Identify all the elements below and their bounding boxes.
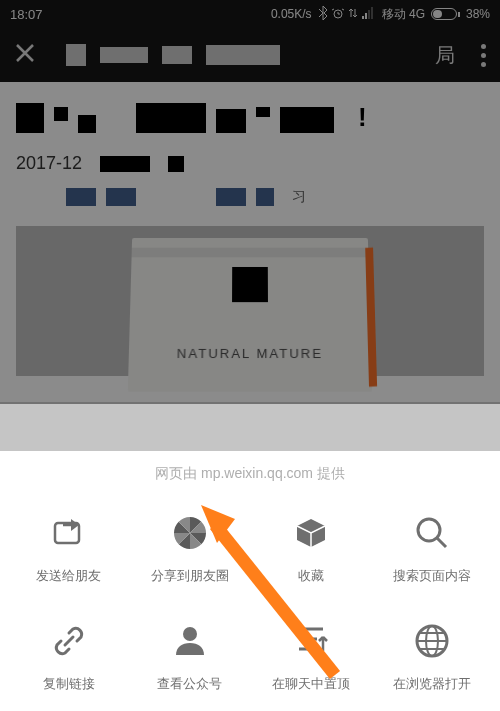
moments-icon: [168, 511, 212, 555]
share-moments[interactable]: 分享到朋友圈: [129, 511, 250, 585]
signal-icon: [362, 7, 376, 22]
share-send-friend[interactable]: 发送给朋友: [8, 511, 129, 585]
status-bar: 18:07 0.05K/s 移动 4G 38%: [0, 0, 500, 28]
globe-icon: [410, 619, 454, 663]
share-search[interactable]: 搜索页面内容: [371, 511, 492, 585]
article-image: NATURAL MATURE: [16, 226, 484, 376]
person-icon: [168, 619, 212, 663]
svg-rect-2: [365, 13, 367, 19]
share-icon: [47, 511, 91, 555]
share-label: 收藏: [298, 567, 324, 585]
carrier-label: 移动 4G: [382, 6, 425, 23]
small-char: 习: [292, 188, 306, 206]
link-icon: [47, 619, 91, 663]
svg-rect-4: [371, 7, 373, 19]
svg-rect-3: [368, 10, 370, 19]
menu-button[interactable]: [481, 44, 486, 67]
battery-percent: 38%: [466, 7, 490, 21]
battery-icon: [431, 8, 460, 20]
nav-title: [66, 44, 280, 66]
share-sheet: 网页由 mp.weixin.qq.com 提供 发送给朋友: [0, 451, 500, 711]
sheet-header: 网页由 mp.weixin.qq.com 提供: [0, 451, 500, 493]
share-view-account[interactable]: 查看公众号: [129, 619, 250, 693]
share-label: 复制链接: [43, 675, 95, 693]
search-icon: [410, 511, 454, 555]
share-favorite[interactable]: 收藏: [250, 511, 371, 585]
pin-top-icon: [289, 619, 333, 663]
nav-bar: 局: [0, 28, 500, 82]
share-label: 搜索页面内容: [393, 567, 471, 585]
share-label: 在浏览器打开: [393, 675, 471, 693]
share-label: 查看公众号: [157, 675, 222, 693]
status-right: 0.05K/s 移动 4G 38%: [271, 6, 490, 23]
alarm-icon: [332, 7, 344, 22]
article-date: 2017-12: [16, 153, 82, 174]
svg-point-6: [418, 519, 440, 541]
share-label: 在聊天中置顶: [272, 675, 350, 693]
status-icons: [318, 6, 376, 23]
box-icon: [289, 511, 333, 555]
network-speed: 0.05K/s: [271, 7, 312, 21]
page-content: ! 2017-12 习 NATURAL MATURE: [0, 82, 500, 402]
share-label: 发送给朋友: [36, 567, 101, 585]
share-pin-chat[interactable]: 在聊天中置顶: [250, 619, 371, 693]
svg-rect-1: [362, 16, 364, 19]
nav-char: 局: [435, 42, 455, 69]
box-caption: NATURAL MATURE: [129, 346, 372, 361]
bluetooth-icon: [318, 6, 328, 23]
article-title: !: [16, 102, 484, 133]
share-label: 分享到朋友圈: [151, 567, 229, 585]
data-icon: [348, 7, 358, 22]
share-open-browser[interactable]: 在浏览器打开: [371, 619, 492, 693]
close-button[interactable]: [14, 42, 36, 68]
status-time: 18:07: [10, 7, 43, 22]
share-copy-link[interactable]: 复制链接: [8, 619, 129, 693]
svg-point-7: [183, 627, 197, 641]
article-meta: 习: [16, 188, 484, 206]
